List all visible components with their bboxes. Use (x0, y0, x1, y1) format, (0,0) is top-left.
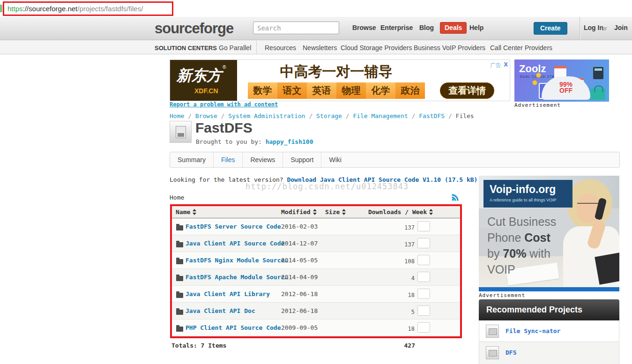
crumb-system-administration[interactable]: System Administration (228, 112, 305, 119)
report-ad-link[interactable]: Report a problem with ad content (170, 101, 278, 108)
nav-help[interactable]: Help (469, 24, 483, 31)
recommended-item-file-sync-nator[interactable]: File Sync-nator (479, 320, 619, 342)
sort-icon (342, 209, 346, 215)
table-row: FastDFS Apache Module Sourc… 2014-04-09 … (172, 269, 460, 286)
subnav-solution-centers: SOLUTION CENTERS (155, 45, 217, 52)
ad-photo-woman-glasses (577, 203, 600, 208)
downloads-sparkline (417, 255, 430, 265)
banner-ad[interactable]: 新东方 ® XDF.CN 中高考一对一辅导 数学 语文 英语 物理 化学 政治 … (170, 59, 510, 101)
downloads-count: 5 (384, 309, 415, 315)
subject-politics[interactable]: 政治 (395, 82, 425, 99)
file-link[interactable]: FastDFS Server Source Code (186, 223, 281, 230)
tab-files[interactable]: Files (213, 152, 243, 167)
tab-support[interactable]: Support (283, 152, 321, 167)
subject-math[interactable]: 数学 (248, 82, 277, 99)
table-row: Java Client API Doc 2012-06-18 5 (172, 303, 460, 319)
subject-chinese[interactable]: 语文 (277, 82, 307, 99)
nav-enterprise[interactable]: Enterprise (380, 24, 413, 31)
subnav-business-voip[interactable]: Business VoIP Providers (414, 44, 485, 52)
totals-downloads: 427 (394, 342, 415, 349)
subject-chemistry[interactable]: 化学 (366, 82, 395, 99)
files-section-label: Home (170, 194, 184, 201)
login-link[interactable]: Log In (584, 24, 603, 31)
or-text: or (602, 25, 607, 32)
zoolz-logo: Zoolz (519, 63, 546, 75)
page: https://sourceforge.net/projects/fastdfs… (0, 0, 632, 364)
subnav-cloud-storage[interactable]: Cloud Storage Providers (341, 44, 412, 52)
table-row: PHP Client API Source Code 2009-09-05 18 (172, 319, 460, 336)
url-host: ://sourceforge.net (23, 5, 78, 13)
create-button[interactable]: Create (534, 22, 567, 35)
sort-icon (313, 209, 317, 215)
crumb-browse[interactable]: Browse (195, 112, 217, 119)
recommended-projects: Recommended Projects File Sync-nator DFS (479, 299, 619, 364)
tab-reviews[interactable]: Reviews (242, 152, 283, 167)
col-downloads[interactable]: Downloads / Week (368, 208, 433, 215)
project-tabbar: Summary Files Reviews Support Wiki (170, 152, 620, 168)
recommended-item-dfs[interactable]: DFS (479, 342, 619, 364)
folder-icon (176, 310, 183, 315)
subnav-call-center[interactable]: Call Center Providers (490, 44, 552, 52)
crumb-file-management[interactable]: File Management (353, 112, 408, 119)
col-name[interactable]: Name (176, 208, 197, 215)
crumb-home[interactable]: Home (170, 112, 184, 119)
crumb-fastdfs[interactable]: FastDFS (419, 112, 445, 119)
downloads-count: 4 (384, 275, 415, 282)
folder-icon (176, 259, 183, 264)
deals-button[interactable]: Deals (440, 22, 467, 34)
coin-icon (536, 73, 541, 78)
subnav-resources[interactable]: Resources (265, 44, 296, 52)
brought-by-line: Brought to you by: happy_fish100 (196, 138, 313, 145)
file-link[interactable]: Java Client API Library (186, 290, 270, 297)
table-row: FastDFS Nginx Module Source… 2014-05-05 … (172, 252, 460, 269)
file-link[interactable]: PHP Client API Source Code (186, 324, 281, 331)
ad-bottom-bar (479, 287, 619, 291)
col-modified[interactable]: Modified (281, 208, 317, 215)
subject-physics[interactable]: 物理 (336, 82, 366, 99)
nav-browse[interactable]: Browse (352, 24, 376, 31)
join-link[interactable]: Join (614, 24, 628, 31)
recommended-title: Recommended Projects (479, 299, 619, 320)
tab-summary[interactable]: Summary (170, 152, 213, 167)
project-avatar (170, 121, 192, 143)
files-table-header: Name Modified Size Downloads / Week (172, 206, 460, 218)
subject-english[interactable]: 英语 (307, 82, 336, 99)
url-path: /projects/fastdfs/files/ (77, 5, 143, 13)
files-table: Name Modified Size Downloads / Week Fast… (170, 204, 462, 338)
nav-blog[interactable]: Blog (419, 24, 434, 31)
subnav-newsletters[interactable]: Newsletters (303, 44, 337, 52)
subnav-go-parallel[interactable]: Go Parallel (219, 44, 251, 52)
calculator-icon (593, 67, 603, 79)
downloads-count: 137 (384, 241, 415, 248)
voip-tagline: A reference guide to all things VOIP (490, 198, 557, 202)
file-link[interactable]: FastDFS Nginx Module Source… (186, 257, 288, 264)
voip-logo-box: Voip-info.org A reference guide to all t… (483, 180, 573, 208)
folder-icon (176, 293, 183, 298)
sourceforge-logo[interactable]: sourceforge (155, 20, 233, 37)
maintainer-link[interactable]: happy_fish100 (266, 138, 313, 145)
tab-wiki[interactable]: Wiki (321, 152, 349, 167)
search-input[interactable] (253, 22, 339, 34)
xdf-brand: 新东方 (177, 66, 222, 86)
table-row: Java Client API Source Code 2014-12-07 1… (172, 235, 460, 252)
advertisement-label: Advertisement (479, 292, 525, 298)
file-link[interactable]: Java Client API Doc (186, 307, 255, 314)
crumb-storage[interactable]: Storage (316, 112, 342, 119)
banner-cta-button[interactable]: 查看详情 (440, 82, 494, 99)
downloads-sparkline (417, 238, 430, 248)
downloads-count: 137 (384, 224, 415, 231)
col-size[interactable]: Size (325, 208, 346, 215)
xdf-domain: XDF.CN (194, 87, 218, 95)
voip-ad[interactable]: Voip-info.org A reference guide to all t… (479, 176, 619, 291)
downloads-sparkline (417, 221, 430, 231)
downloads-sparkline (417, 305, 430, 316)
rss-icon[interactable] (451, 193, 460, 201)
file-link[interactable]: Java Client API Source Code (186, 240, 284, 247)
downloads-sparkline (417, 322, 430, 333)
browser-address-bar[interactable]: https://sourceforge.net/projects/fastdfs… (3, 1, 173, 16)
project-thumb-icon (486, 346, 499, 359)
ad-close-icon[interactable]: X (504, 61, 508, 68)
zoolz-ad[interactable]: Zoolz DUAL CLOUD 2TB 99%OFF (514, 59, 609, 102)
ad-mark-label: 广告 (490, 61, 501, 69)
file-link[interactable]: FastDFS Apache Module Sourc… (186, 274, 288, 281)
